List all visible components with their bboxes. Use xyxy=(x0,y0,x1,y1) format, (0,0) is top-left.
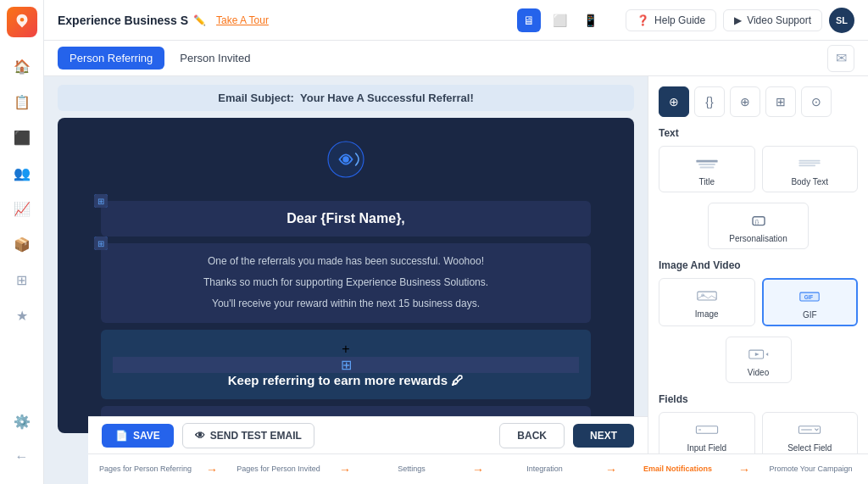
toolbar-code-icon[interactable]: {} xyxy=(694,86,725,117)
take-tour-link[interactable]: Take A Tour xyxy=(216,14,269,26)
personalisation-item[interactable]: {} Personalisation xyxy=(708,203,808,249)
email-preview-icon[interactable]: ✉ xyxy=(827,45,854,72)
send-icon: 👁 xyxy=(195,430,205,442)
right-panel: ⊕ {} ⊕ ⊞ ⊙ Text Title xyxy=(648,76,868,484)
footer-nav: Pages for Person Referring → Pages for P… xyxy=(88,453,868,484)
greeting-text: Dear {First Name}, xyxy=(114,211,577,226)
svg-marker-16 xyxy=(765,353,768,356)
resize-cta[interactable]: ⊞ xyxy=(113,357,579,373)
save-icon: 📄 xyxy=(115,430,128,442)
footer-arrow-4: → xyxy=(602,463,620,476)
tabbar-right: ✉ xyxy=(827,45,854,72)
topbar: Experience Business S ✏️ Take A Tour 🖥 ⬜… xyxy=(44,0,868,41)
mobile-icon[interactable]: 📱 xyxy=(578,8,602,32)
resize-body[interactable]: ⊞ xyxy=(94,236,108,250)
email-greeting-block[interactable]: + ⊞ Dear {First Name}, xyxy=(101,201,591,236)
email-subject-bar: Email Subject: Your Have A Successful Re… xyxy=(58,85,634,111)
sidebar-star[interactable]: ★ xyxy=(7,300,37,331)
sidebar-settings[interactable]: ⚙️ xyxy=(7,406,37,437)
email-cta-block[interactable]: + ⊞ Keep referring to earn more rewards … xyxy=(101,330,591,399)
toolbar-add-icon[interactable]: ⊕ xyxy=(659,86,689,117)
tab-person-invited[interactable]: Person Invited xyxy=(168,47,262,70)
tablet-icon[interactable]: ⬜ xyxy=(548,8,571,32)
user-avatar[interactable]: SL xyxy=(829,8,854,33)
text-section-title: Text xyxy=(659,127,858,139)
svg-point-2 xyxy=(342,156,349,163)
sidebar-box[interactable]: 📦 xyxy=(7,229,37,259)
panel-toolbar: ⊕ {} ⊕ ⊞ ⊙ xyxy=(659,86,858,117)
svg-rect-7 xyxy=(799,163,821,164)
text-items-grid: Title Body Text xyxy=(659,146,858,192)
toolbar-share-icon[interactable]: ⊕ xyxy=(730,86,760,117)
video-support-button[interactable]: ▶ Video Support xyxy=(723,9,822,31)
next-button[interactable]: NEXT xyxy=(573,424,634,448)
footer-integration[interactable]: Integration xyxy=(487,465,602,474)
add-before-cta[interactable]: + xyxy=(113,342,579,357)
sidebar-grid[interactable]: ⊞ xyxy=(7,264,37,295)
footer-arrow-2: → xyxy=(336,463,354,476)
fields-grid: Input Field Select Field xyxy=(659,412,858,459)
footer-email-notifications[interactable]: Email Notifications xyxy=(620,465,735,474)
sidebar-users[interactable]: 👥 xyxy=(7,158,37,188)
svg-rect-5 xyxy=(699,167,714,169)
image-section-title: Image And Video xyxy=(659,259,858,271)
sidebar-home[interactable]: 🏠 xyxy=(7,51,37,81)
sidebar-layers[interactable]: ⬛ xyxy=(7,122,37,153)
footer-arrow-1: → xyxy=(203,463,221,476)
select-field-item[interactable]: Select Field xyxy=(762,412,859,459)
sidebar: 🏠 📋 ⬛ 👥 📈 📦 ⊞ ★ ⚙️ ← xyxy=(0,0,44,484)
email-body-block[interactable]: + ⊞ One of the referrals you made has be… xyxy=(101,243,591,323)
help-icon: ❓ xyxy=(637,14,649,26)
sidebar-chart[interactable]: 📈 xyxy=(7,193,37,224)
sidebar-arrow[interactable]: ← xyxy=(7,442,37,472)
input-field-item[interactable]: Input Field xyxy=(659,412,755,459)
desktop-icon[interactable]: 🖥 xyxy=(517,8,541,32)
gif-item[interactable]: GIF GIF xyxy=(762,278,859,326)
email-logo xyxy=(320,138,371,184)
footer-settings[interactable]: Settings xyxy=(354,465,469,474)
footer-person-invited[interactable]: Pages for Person Invited xyxy=(221,465,336,474)
footer-person-referring[interactable]: Pages for Person Referring xyxy=(88,465,203,474)
page-title: Experience Business S ✏️ xyxy=(58,14,206,27)
fields-section-title: Fields xyxy=(659,393,858,405)
svg-rect-4 xyxy=(698,164,715,165)
image-items-grid: Image GIF GIF xyxy=(659,278,858,326)
svg-text:GIF: GIF xyxy=(804,294,814,300)
svg-rect-11 xyxy=(698,292,716,300)
footer-arrow-5: → xyxy=(735,463,754,476)
body-text: One of the referrals you made has been s… xyxy=(114,253,577,313)
email-canvas: + ⊞ Dear {First Name}, + ⊞ One of the re… xyxy=(58,118,634,433)
help-guide-button[interactable]: ❓ Help Guide xyxy=(626,9,716,31)
body-text-block-item[interactable]: Body Text xyxy=(762,146,859,192)
topbar-actions: ❓ Help Guide ▶ Video Support SL xyxy=(626,8,854,33)
toolbar-more-icon[interactable]: ⊙ xyxy=(801,86,832,117)
image-item[interactable]: Image xyxy=(659,278,755,326)
video-item[interactable]: Video xyxy=(726,337,792,383)
title-block-item[interactable]: Title xyxy=(659,146,755,192)
bottom-action-bar: 📄 SAVE 👁 SEND TEST EMAIL BACK NEXT xyxy=(88,416,648,453)
footer-promote-campaign[interactable]: Promote Your Campaign xyxy=(754,465,868,474)
cta-text: Keep referring to earn more rewards 🖊 xyxy=(113,373,579,387)
svg-point-0 xyxy=(19,18,24,22)
app-logo[interactable] xyxy=(7,7,37,37)
send-test-email-button[interactable]: 👁 SEND TEST EMAIL xyxy=(182,423,314,448)
save-button[interactable]: 📄 SAVE xyxy=(102,424,174,448)
device-switcher: 🖥 ⬜ 📱 xyxy=(517,8,602,32)
tab-person-referring[interactable]: Person Referring xyxy=(58,47,164,70)
video-icon: ▶ xyxy=(734,14,742,26)
tabbar: Person Referring Person Invited ✉ xyxy=(44,41,868,76)
sidebar-campaigns[interactable]: 📋 xyxy=(7,86,37,117)
svg-marker-17 xyxy=(754,353,759,356)
toolbar-image-icon[interactable]: ⊞ xyxy=(765,86,796,117)
svg-rect-6 xyxy=(799,160,821,162)
svg-rect-8 xyxy=(799,164,816,166)
main-content: Experience Business S ✏️ Take A Tour 🖥 ⬜… xyxy=(44,0,868,484)
personalisation-grid: {} Personalisation xyxy=(659,203,858,249)
svg-text:{}: {} xyxy=(754,219,758,225)
svg-rect-3 xyxy=(696,160,717,163)
video-grid: Video xyxy=(659,337,858,383)
edit-title-icon[interactable]: ✏️ xyxy=(193,14,206,26)
resize-greeting[interactable]: ⊞ xyxy=(94,194,108,208)
back-button[interactable]: BACK xyxy=(499,423,565,448)
footer-arrow-3: → xyxy=(469,463,487,476)
